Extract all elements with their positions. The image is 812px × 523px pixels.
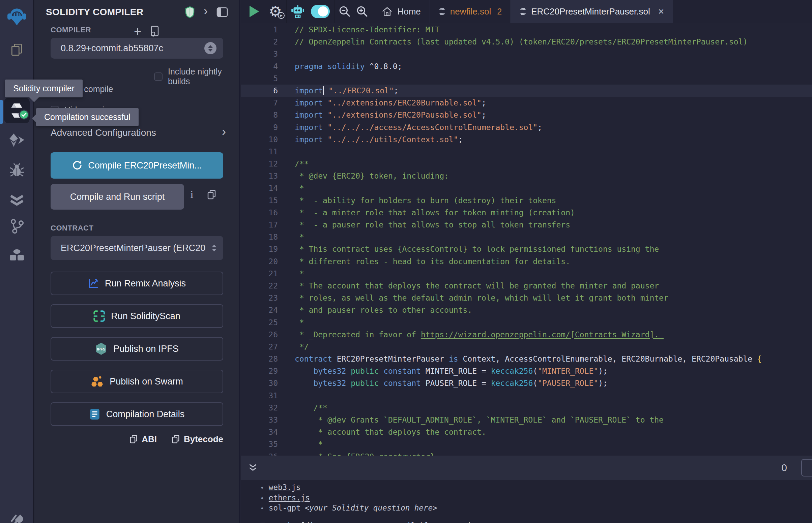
code-line[interactable]: 25 * — [241, 317, 812, 328]
code-line-text: import "../../../access/AccessControlEnu… — [291, 121, 542, 133]
code-line[interactable]: 35 * — [241, 438, 812, 450]
code-line[interactable]: 24 * and pauser roles to other accounts. — [241, 304, 812, 316]
code-line[interactable]: 19 * This contract uses {AccessControl} … — [241, 243, 812, 255]
terminal-output[interactable]: •web3.js•ethers.js•sol-gpt<your Solidity… — [241, 480, 812, 523]
copy-icon[interactable] — [207, 190, 216, 200]
code-line[interactable]: 3 — [241, 48, 812, 60]
terminal-link[interactable]: ethers.js — [269, 493, 310, 503]
code-line[interactable]: 23 * roles, as well as the default admin… — [241, 292, 812, 304]
code-line[interactable]: 32 /** — [241, 402, 812, 414]
run-script-gear-icon[interactable]: ⚙▶ — [269, 4, 282, 19]
split-panel-icon[interactable] — [216, 7, 228, 17]
code-line[interactable]: 29 bytes32 public constant MINTER_ROLE =… — [241, 365, 812, 377]
zoom-in-icon[interactable] — [356, 5, 368, 18]
code-line[interactable]: 27 */ — [241, 341, 812, 353]
code-line[interactable]: 12/** — [241, 158, 812, 170]
terminal-toolbar: 0 — [241, 456, 812, 480]
sidebar-item-file-explorer[interactable] — [0, 42, 34, 57]
code-line[interactable]: 15 * - ability for holders to burn (dest… — [241, 195, 812, 206]
code-line[interactable]: 17 * - a pauser role that allows to stop… — [241, 219, 812, 231]
advanced-configurations-section[interactable]: Advanced Configurations › — [51, 127, 226, 138]
code-line[interactable]: 1// SPDX-License-Identifier: MIT — [241, 23, 812, 36]
publish-ipfs-button[interactable]: IPFS Publish on IPFS — [51, 337, 223, 361]
terminal-list-item[interactable]: •ethers.js — [260, 493, 812, 503]
code-line[interactable]: 31 — [241, 390, 812, 402]
code-line[interactable]: 16 * - a minter role that allows for tok… — [241, 206, 812, 219]
sidebar-item-plugin-manager[interactable] — [0, 249, 34, 262]
copy-abi-button[interactable]: ABI — [129, 434, 157, 445]
compiler-version-select[interactable]: 0.8.29+commit.ab55807c — [51, 38, 223, 59]
code-line[interactable]: 18 * — [241, 231, 812, 243]
collapse-panel-icon[interactable]: › — [204, 5, 208, 17]
include-nightly-checkbox[interactable] — [154, 72, 162, 81]
code-line[interactable]: 34 * account that deploys the contract. — [241, 426, 812, 438]
code-line[interactable]: 14 * — [241, 182, 812, 194]
close-tab-icon[interactable]: × — [658, 6, 664, 17]
editor-area: ⚙▶ — [241, 0, 812, 523]
compilation-status-text: Compilation successful — [44, 112, 130, 122]
code-line[interactable]: 26 * _Deprecated in favor of https://wiz… — [241, 328, 812, 341]
run-solidityscan-button[interactable]: Run SolidityScan — [51, 304, 223, 328]
code-line[interactable]: 4pragma solidity ^0.8.0; — [241, 60, 812, 72]
run-remix-analysis-button[interactable]: Run Remix Analysis — [51, 272, 223, 295]
publish-swarm-button[interactable]: Publish on Swarm — [51, 370, 223, 393]
compile-and-run-button[interactable]: Compile and Run script — [51, 184, 184, 210]
line-number: 28 — [241, 353, 291, 365]
code-line-text: import "../../../utils/Context.sol"; — [291, 133, 463, 146]
code-line[interactable]: 2// OpenZeppelin Contracts (last updated… — [241, 36, 812, 48]
terminal-search-box[interactable] — [801, 459, 812, 476]
line-number: 33 — [241, 414, 291, 426]
advanced-expand-icon[interactable]: › — [222, 126, 226, 138]
code-line[interactable]: 36 * See {ERC20-constructor}. — [241, 451, 812, 456]
sidebar-tooltip-text: Solidity compiler — [13, 84, 74, 93]
code-line[interactable]: 22 * The account that deploys the contra… — [241, 280, 812, 292]
code-line-text — [291, 390, 295, 402]
sidebar-item-debugger[interactable] — [0, 163, 34, 178]
compiler-license-icon[interactable] — [149, 25, 159, 37]
code-line[interactable]: 30 bytes32 public constant PAUSER_ROLE =… — [241, 377, 812, 389]
code-line[interactable]: 9import "../../../access/AccessControlEn… — [241, 121, 812, 133]
tab-home[interactable]: Home — [373, 0, 429, 23]
code-line[interactable]: 5 — [241, 72, 812, 85]
plug-icon — [8, 511, 25, 523]
bytecode-label: Bytecode — [184, 434, 223, 445]
compilation-details-button[interactable]: Compilation Details — [51, 402, 223, 426]
version-spinner-icon[interactable] — [204, 42, 216, 54]
contract-spinner-icon[interactable] — [212, 245, 216, 251]
code-line[interactable]: 21 * — [241, 268, 812, 280]
terminal-link[interactable]: web3.js — [269, 483, 301, 492]
ai-robot-icon[interactable] — [291, 4, 305, 19]
code-line[interactable]: 20 * different roles - head to its docum… — [241, 255, 812, 268]
terminal-list-item[interactable]: •web3.js — [260, 483, 812, 493]
code-line[interactable]: 33 * @dev Grants `DEFAULT_ADMIN_ROLE`, `… — [241, 414, 812, 426]
code-editor[interactable]: 1// SPDX-License-Identifier: MIT2// Open… — [241, 23, 812, 456]
contract-select[interactable]: ERC20PresetMinterPauser (ERC20 — [51, 236, 223, 260]
code-line[interactable]: 11 — [241, 146, 812, 158]
remix-logo[interactable] — [0, 7, 34, 26]
shield-icon[interactable] — [185, 6, 195, 18]
sidebar-item-static-analysis[interactable] — [0, 194, 34, 206]
tab-erc20presetminterpauser-sol[interactable]: ERC20PresetMinterPauser.sol × — [511, 0, 673, 23]
sidebar-item-git[interactable] — [0, 218, 34, 234]
file-explorer-icon — [10, 42, 24, 57]
include-nightly-row: Include nightly builds — [154, 67, 240, 86]
terminal-collapse-icon[interactable] — [248, 464, 258, 472]
code-line[interactable]: 8import "../extensions/ERC20Pausable.sol… — [241, 109, 812, 121]
copy-bytecode-button[interactable]: Bytecode — [172, 434, 223, 445]
ai-toggle-on[interactable] — [311, 5, 330, 18]
code-line[interactable]: 13 * @dev {ERC20} token, including: — [241, 170, 812, 182]
code-line[interactable]: 28contract ERC20PresetMinterPauser is Co… — [241, 353, 812, 365]
compile-button[interactable]: Compile ERC20PresetMin... — [51, 152, 223, 179]
sidebar-item-deploy-run[interactable] — [0, 133, 34, 148]
sidebar-item-plug[interactable] — [0, 511, 34, 523]
info-icon[interactable]: i — [190, 189, 194, 200]
code-line[interactable]: 10import "../../../utils/Context.sol"; — [241, 133, 812, 146]
add-compiler-icon[interactable]: + — [134, 25, 141, 38]
solidity-file-icon — [439, 7, 445, 16]
play-icon[interactable] — [249, 6, 259, 17]
code-line-text — [291, 72, 295, 85]
code-line[interactable]: 6import "../ERC20.sol"; — [241, 85, 812, 97]
code-line[interactable]: 7import "../extensions/ERC20Burnable.sol… — [241, 97, 812, 109]
tab-newfile-sol[interactable]: newfile.sol 2 — [429, 0, 511, 23]
zoom-out-icon[interactable] — [338, 5, 351, 18]
